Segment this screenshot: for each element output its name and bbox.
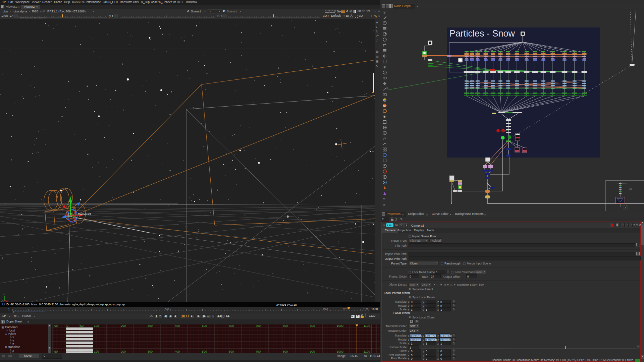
svg-text:0: 0 xyxy=(67,324,68,327)
svg-text:❋: ❋ xyxy=(383,65,386,69)
svg-text:100: 100 xyxy=(94,324,99,327)
svg-text:-50: -50 xyxy=(53,324,58,327)
svg-text:200: 200 xyxy=(121,324,126,327)
svg-text:Y: Y xyxy=(3,293,5,296)
svg-text:700: 700 xyxy=(256,350,261,353)
svg-text:706-animation: 706-animation xyxy=(617,183,627,184)
svg-text:Z: Z xyxy=(1,299,3,302)
svg-text:0: 0 xyxy=(384,71,385,74)
svg-text:400: 400 xyxy=(175,350,180,353)
svg-text:300: 300 xyxy=(148,324,153,327)
svg-text:100: 100 xyxy=(94,350,99,353)
svg-text:Particles - Snow: Particles - Snow xyxy=(449,28,515,39)
svg-text:m.: m. xyxy=(383,197,386,201)
svg-text:1: 1 xyxy=(13,311,14,313)
svg-text:-50: -50 xyxy=(53,350,58,353)
svg-text:GB: GB xyxy=(629,188,632,190)
svg-text:M: M xyxy=(383,104,386,107)
svg-text:500: 500 xyxy=(165,308,169,310)
svg-text:400: 400 xyxy=(175,324,180,327)
svg-text:700: 700 xyxy=(256,324,261,327)
svg-text:300: 300 xyxy=(148,350,153,353)
svg-text:600: 600 xyxy=(229,324,234,327)
svg-text:200: 200 xyxy=(121,350,126,353)
svg-text:50: 50 xyxy=(80,324,84,327)
svg-text:K: K xyxy=(384,132,386,134)
svg-text:500: 500 xyxy=(202,324,207,327)
svg-text:❋: ❋ xyxy=(383,115,386,118)
svg-text:600: 600 xyxy=(229,350,234,353)
svg-text:500: 500 xyxy=(202,350,207,353)
svg-text:Y: Y xyxy=(70,196,72,199)
svg-text:Camera3: Camera3 xyxy=(78,212,91,216)
svg-text:vc: vc xyxy=(383,203,385,206)
